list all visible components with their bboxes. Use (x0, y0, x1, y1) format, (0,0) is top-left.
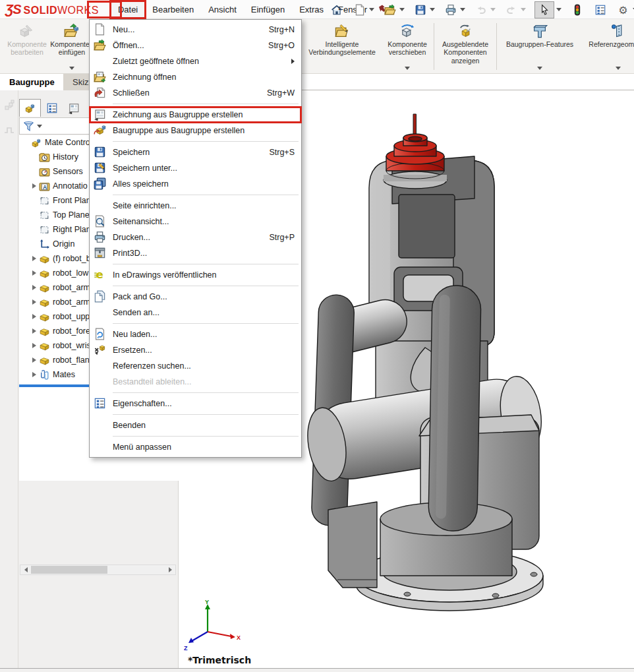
file-menu-item-referenzen-suchen[interactable]: Referenzen suchen... (90, 358, 301, 374)
file-menu-item-neu[interactable]: Neu...Strg+N (90, 22, 301, 38)
file-menu-item-print3d[interactable]: Print3D... (90, 245, 301, 261)
caret-down-icon[interactable] (69, 67, 74, 70)
tab-baugruppe[interactable]: Baugruppe (0, 74, 65, 90)
caret-down-icon[interactable] (399, 8, 405, 11)
panel-tab-propertymanager[interactable] (41, 99, 63, 117)
file-menu-item-pack-and-go[interactable]: Pack and Go... (90, 289, 301, 305)
scrollbar-thumb[interactable] (31, 566, 107, 574)
menubar-item-ansicht[interactable]: Ansicht (201, 1, 244, 18)
file-menu-item-speichern[interactable]: SpeichernStrg+S (90, 144, 301, 160)
quick-redo-button[interactable] (504, 3, 526, 17)
quick-select-button[interactable] (534, 1, 562, 18)
menu-separator (113, 392, 299, 393)
save-icon[interactable] (413, 3, 428, 17)
expand-arrow-icon[interactable] (31, 183, 38, 190)
cm-button-baugruppen-features[interactable]: Baugruppen-Features (498, 19, 581, 74)
file-menu-item-seite-einrichten[interactable]: Seite einrichten... (90, 198, 301, 214)
file-menu-item-in-edrawings-veröffentlichen[interactable]: In eDrawings veröffentlichen (90, 267, 301, 283)
gear-icon[interactable] (616, 3, 631, 17)
expand-arrow-icon[interactable] (31, 342, 38, 350)
caret-down-icon[interactable] (490, 8, 496, 11)
home-icon[interactable] (330, 3, 344, 17)
caret-down-icon[interactable] (556, 8, 562, 11)
file-menu-item-ersetzen[interactable]: Ersetzen... (90, 342, 301, 358)
quick-open-button[interactable] (383, 3, 405, 17)
caret-down-icon[interactable] (616, 67, 621, 70)
traffic-light-icon[interactable] (570, 3, 585, 17)
new-page-icon (354, 4, 366, 16)
quick-home-button[interactable] (330, 3, 344, 17)
side-strip (0, 90, 18, 669)
quick-options-button[interactable] (616, 3, 634, 17)
expand-arrow-icon[interactable] (31, 284, 38, 291)
caret-down-icon[interactable] (460, 8, 465, 11)
cm-button-label: Intelligente Verbindungselemente (308, 40, 376, 57)
new-page-icon[interactable] (353, 3, 367, 17)
file-menu-item-bestandteil-ableiten: Bestandteil ableiten... (90, 374, 301, 390)
quick-undo-button[interactable] (474, 3, 496, 17)
printer-icon[interactable] (444, 3, 458, 17)
scroll-right-icon[interactable] (165, 565, 175, 574)
quick-new-button[interactable] (353, 3, 374, 17)
file-menu-item-senden-an[interactable]: Senden an... (90, 305, 301, 321)
assembly-structure-icon[interactable] (3, 100, 16, 113)
cm-button-komponente-verschieben[interactable]: Komponente verschieben (382, 19, 432, 74)
file-menu-item-drucken[interactable]: Drucken...Strg+P (90, 229, 301, 245)
expand-arrow-icon[interactable] (31, 328, 38, 335)
redo-icon[interactable] (504, 3, 519, 17)
file-menu-item-menü-anpassen[interactable]: Menü anpassen (90, 439, 301, 455)
expand-arrow-icon[interactable] (31, 371, 38, 379)
file-menu-item-baugruppe-aus-baugruppe-erstellen[interactable]: Baugruppe aus Baugruppe erstellen (90, 123, 301, 138)
file-menu-item-zeichnung-aus-baugruppe-erstellen[interactable]: Zeichnung aus Baugruppe erstellen (90, 107, 301, 123)
file-menu-item-eigenschaften[interactable]: Eigenschaften... (90, 396, 301, 412)
menubar-item-datei[interactable]: Datei (111, 1, 145, 18)
expand-arrow-icon[interactable] (31, 270, 38, 277)
properties-icon[interactable] (593, 3, 608, 17)
menu-item-label: Ersetzen... (113, 346, 295, 355)
cm-button-referenzgeometrie[interactable]: Referenzgeometrie (581, 19, 634, 74)
assembly-icon (24, 102, 36, 114)
quick-print-button[interactable] (444, 3, 465, 17)
expand-arrow-icon[interactable] (31, 255, 38, 262)
tree-filter[interactable] (19, 117, 92, 135)
cm-button-label: Ausgeblendete Komponenten anzeigen (442, 40, 488, 65)
file-menu-item-seitenansicht[interactable]: Seitenansicht... (90, 214, 301, 229)
file-menu-item-beenden[interactable]: Beenden (90, 417, 301, 433)
menu-item-label: Bestandteil ableiten... (113, 377, 295, 386)
file-menu-item-speichern-unter[interactable]: Speichern unter... (90, 160, 301, 176)
file-menu-item-schließen[interactable]: SchließenStrg+W (90, 85, 301, 101)
file-menu-item-alles-speichern[interactable]: Alles speichern (90, 176, 301, 192)
expand-arrow-icon[interactable] (31, 357, 38, 364)
menubar-item-einfügen[interactable]: Einfügen (244, 1, 292, 18)
quick-rebuild-button[interactable] (570, 3, 585, 17)
file-menu-item-zuletzt-geöffnete-öffnen[interactable]: Zuletzt geöffnete öffnen (90, 53, 301, 69)
menubar-item-extras[interactable]: Extras (292, 1, 331, 18)
caret-down-icon[interactable] (430, 8, 435, 11)
file-menu-item-neu-laden[interactable]: Neu laden... (90, 326, 301, 342)
menubar-item-bearbeiten[interactable]: Bearbeiten (145, 1, 201, 18)
quick-save-button[interactable] (413, 3, 435, 17)
cursor-icon[interactable] (534, 1, 554, 18)
file-menu-item-öffnen[interactable]: Öffnen...Strg+O (90, 38, 301, 53)
cm-button-intelligente-verbindungselemente[interactable]: Intelligente Verbindungselemente (302, 19, 382, 74)
quick-file-properties-button[interactable] (593, 3, 608, 17)
expand-arrow-icon[interactable] (31, 313, 38, 321)
file-menu-item-zeichnung-öffnen[interactable]: Zeichnung öffnen (90, 69, 301, 85)
undo-icon[interactable] (474, 3, 488, 17)
menu-item-label: Senden an... (113, 308, 295, 317)
folder-open-icon[interactable] (383, 3, 397, 17)
caret-down-icon[interactable] (537, 67, 542, 70)
scroll-left-icon[interactable] (20, 565, 31, 574)
caret-down-icon[interactable] (521, 8, 526, 11)
panel-tab-featuremanager[interactable] (19, 99, 41, 117)
panel-tab-configurations[interactable] (63, 99, 84, 117)
cm-button-komponenten-einfügen[interactable]: Komponenten einfügen (51, 19, 92, 74)
caret-down-icon[interactable] (405, 67, 410, 70)
command-group-left: Komponente bearbeitenKomponenten einfüge… (3, 19, 92, 74)
menu-item-label: Neu... (113, 25, 264, 34)
cm-button-ausgeblendete-komponenten-anzeigen[interactable]: Ausgeblendete Komponenten anzeigen (436, 19, 495, 74)
horizontal-scrollbar[interactable] (20, 565, 176, 575)
expand-arrow-icon[interactable] (31, 299, 38, 306)
step-profile-icon[interactable] (3, 123, 16, 137)
caret-down-icon[interactable] (369, 8, 374, 11)
